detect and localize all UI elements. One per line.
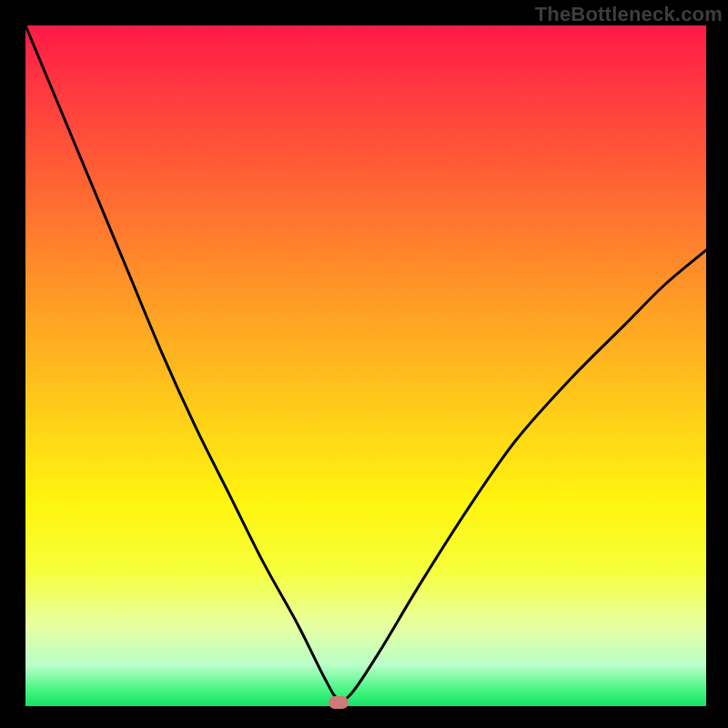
plot-area — [25, 25, 706, 706]
bottleneck-curve — [25, 25, 706, 706]
chart-frame: TheBottleneck.com — [0, 0, 728, 728]
watermark-text: TheBottleneck.com — [535, 3, 723, 26]
min-point-marker — [329, 696, 349, 709]
